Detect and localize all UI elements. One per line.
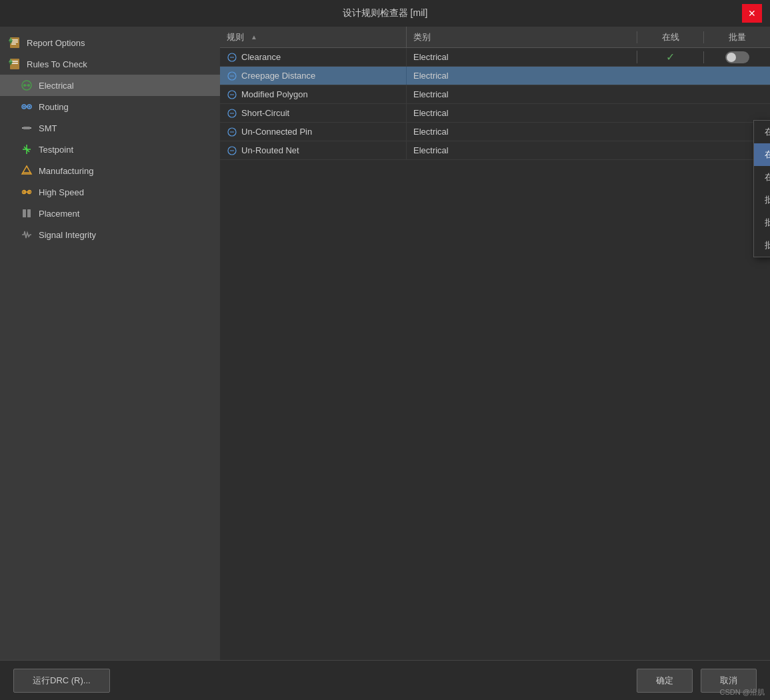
svg-rect-33: [23, 209, 26, 217]
table-row[interactable]: Creepage Distance Electrical: [220, 67, 770, 85]
title-bar: 设计规则检查器 [mil] ✕: [0, 0, 770, 27]
manufacturing-label: Manufacturing: [39, 166, 93, 176]
run-drc-button[interactable]: 运行DRC (R)...: [13, 669, 110, 693]
sidebar-item-electrical[interactable]: Electrical: [0, 75, 220, 96]
online-check: ✓: [666, 51, 675, 63]
context-menu-item-online-disable-all[interactable]: 在线DRC - 关闭所有: [754, 166, 770, 189]
svg-rect-20: [23, 127, 30, 129]
table-row[interactable]: Short-Circuit Electrical: [220, 104, 770, 123]
sidebar-item-placement[interactable]: Placement: [0, 203, 220, 224]
signal-integrity-label: Signal Integrity: [39, 230, 96, 240]
col-online-header: 在线: [637, 31, 703, 43]
rule-cell: Creepage Distance: [220, 67, 407, 85]
signalintegrity-icon: [20, 228, 33, 241]
table-row[interactable]: Modified Polygon Electrical: [220, 85, 770, 104]
rules-to-check-label: Rules To Check: [27, 59, 87, 69]
main-window: 设计规则检查器 [mil] ✕ Report Options: [0, 0, 770, 700]
left-panel: Report Options Rules To Check: [0, 27, 220, 660]
row-icon: [227, 52, 237, 63]
high-speed-label: High Speed: [39, 187, 84, 197]
rule-cell: Clearance: [220, 48, 407, 66]
window-title: 设计规则检查器 [mil]: [28, 7, 742, 19]
electrical-label: Electrical: [39, 81, 74, 91]
testpoint-label: Testpoint: [39, 145, 73, 155]
svg-rect-21: [22, 127, 23, 129]
batch-toggle[interactable]: [725, 51, 749, 63]
rule-cell: Un-Routed Net: [220, 141, 407, 159]
context-menu-item-batch-enable-all[interactable]: 批量DRC - 启用所有: [754, 211, 770, 234]
row-icon: [227, 108, 237, 119]
context-menu: 在线DRC - 对已用的规则启用 在线DRC - 启用所有 在线DRC - 关闭…: [753, 120, 770, 257]
table-row[interactable]: Clearance Electrical ✓: [220, 48, 770, 67]
row-icon: [227, 145, 237, 156]
col-batch-header: 批量: [703, 31, 770, 43]
rule-cell: Short-Circuit: [220, 104, 407, 122]
close-button[interactable]: ✕: [742, 4, 762, 23]
ok-button[interactable]: 确定: [637, 669, 693, 693]
sort-arrow: ▲: [251, 33, 257, 41]
sidebar-item-high-speed[interactable]: High Speed: [0, 181, 220, 203]
rules-to-check-icon: [8, 57, 21, 71]
testpoint-icon: [20, 143, 33, 156]
highspeed-icon: [20, 185, 33, 199]
smt-icon: [20, 121, 33, 135]
sidebar-item-smt[interactable]: SMT: [0, 117, 220, 139]
footer: 运行DRC (R)... 确定 取消: [0, 660, 770, 700]
row-icon: [227, 127, 237, 137]
context-menu-item-batch-disable-all[interactable]: 批量DRC - 关闭所有: [754, 234, 770, 257]
report-options-icon: [8, 36, 21, 49]
placement-icon: [20, 207, 33, 220]
table-body: Clearance Electrical ✓: [220, 48, 770, 660]
report-options-label: Report Options: [27, 38, 85, 48]
sidebar-item-signal-integrity[interactable]: Signal Integrity: [0, 224, 220, 245]
context-menu-item-online-enable-all[interactable]: 在线DRC - 启用所有: [754, 143, 770, 166]
rule-cell: Un-Connected Pin: [220, 123, 407, 141]
svg-point-18: [29, 106, 31, 108]
electrical-icon: [20, 79, 33, 92]
col-category-header: 类别: [407, 27, 637, 47]
svg-rect-3: [11, 43, 16, 45]
svg-point-17: [23, 106, 25, 108]
sidebar-item-report-options[interactable]: Report Options: [0, 32, 220, 53]
row-icon: [227, 89, 237, 100]
svg-rect-2: [11, 41, 18, 43]
routing-icon: [20, 100, 33, 113]
sidebar-item-rules-to-check[interactable]: Rules To Check: [0, 53, 220, 75]
routing-label: Routing: [39, 102, 69, 112]
watermark: CSDN @沿肌: [720, 687, 765, 697]
svg-rect-34: [27, 209, 31, 217]
context-menu-item-online-enable-used[interactable]: 在线DRC - 对已用的规则启用: [754, 121, 770, 143]
manufacturing-icon: [20, 164, 33, 177]
table-row[interactable]: Un-Routed Net Electrical: [220, 141, 770, 160]
right-panel: 规则 ▲ 类别 在线 批量: [220, 27, 770, 660]
placement-label: Placement: [39, 209, 79, 219]
sidebar-item-routing[interactable]: Routing: [0, 96, 220, 117]
svg-rect-8: [11, 63, 18, 64]
table-row[interactable]: Un-Connected Pin Electrical: [220, 123, 770, 141]
rule-cell: Modified Polygon: [220, 85, 407, 103]
sidebar-item-manufacturing[interactable]: Manufacturing: [0, 160, 220, 181]
smt-label: SMT: [39, 123, 57, 133]
svg-rect-22: [30, 127, 31, 129]
table-header: 规则 ▲ 类别 在线 批量: [220, 27, 770, 48]
context-menu-item-batch-enable-used[interactable]: 批量DRC - 对已用的规则启用: [754, 189, 770, 211]
col-rule-header: 规则 ▲: [220, 27, 407, 47]
sidebar-item-testpoint[interactable]: Testpoint: [0, 139, 220, 160]
main-content: Report Options Rules To Check: [0, 27, 770, 660]
row-icon: [227, 71, 237, 81]
